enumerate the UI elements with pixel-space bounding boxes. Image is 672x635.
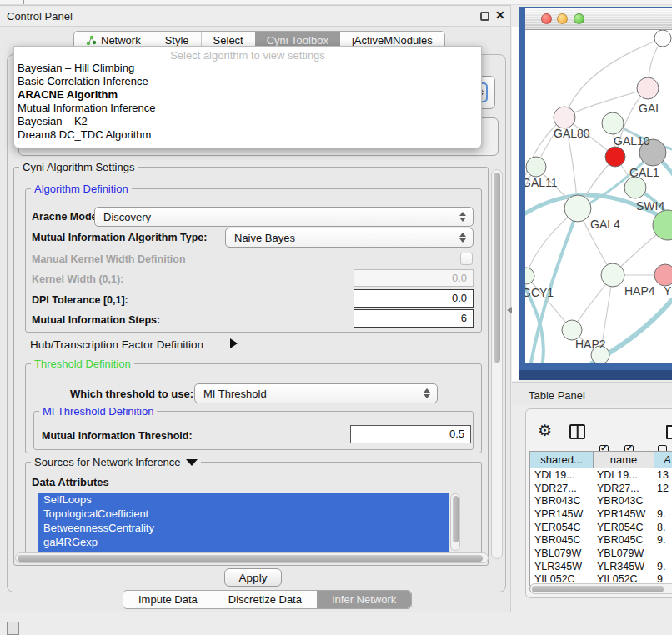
node-label: HAP4 <box>624 284 655 298</box>
dpi-tolerance-label: DPI Tolerance [0,1]: <box>32 294 128 306</box>
tab-network-label: Network <box>101 34 141 47</box>
kernel-width-label: Kernel Width (0,1): <box>32 273 123 285</box>
mac-close-button[interactable] <box>541 13 552 24</box>
sources-title: Sources for Network Inference <box>31 456 201 468</box>
network-node <box>602 112 624 134</box>
node-label: Y <box>664 284 672 298</box>
close-panel-icon[interactable]: ✕ <box>495 8 505 22</box>
float-panel-icon[interactable] <box>480 12 489 21</box>
combo-spinner-icon <box>424 388 430 398</box>
which-threshold-combo[interactable]: MI Threshold <box>194 383 438 403</box>
network-node <box>554 107 575 128</box>
table-row[interactable]: YPR145WYPR145W9. <box>530 508 672 521</box>
mi-type-value: Naive Bayes <box>234 232 295 244</box>
column-header-shared-name[interactable]: shared... <box>530 451 594 468</box>
network-node-labels: GAL GAL80 GAL10 GAL1 GAL11 GAL4 SWI4 GCY… <box>525 102 672 351</box>
algorithm-option[interactable]: Bayesian – Hill Climbing <box>14 62 481 75</box>
algorithm-option[interactable]: Basic Correlation Inference <box>14 75 481 88</box>
network-node <box>564 195 591 222</box>
mac-zoom-button[interactable] <box>574 13 584 24</box>
apply-button[interactable]: Apply <box>224 568 282 587</box>
network-node <box>624 177 646 198</box>
algorithm-option[interactable]: Dream8 DC_TDC Algorithm <box>14 128 481 142</box>
attributes-scrollbar[interactable] <box>450 493 460 551</box>
tab-impute-data[interactable]: Impute Data <box>123 591 213 608</box>
node-label: GAL <box>639 102 662 115</box>
manual-kernel-checkbox[interactable] <box>460 252 473 265</box>
expanded-arrow-icon[interactable] <box>186 459 198 466</box>
network-window-titlebar[interactable] <box>525 8 672 30</box>
threshold-definition-title: Threshold Definition <box>31 358 134 370</box>
bottom-tabbar: Impute Data Discretize Data Infer Networ… <box>123 590 412 609</box>
column-header-name[interactable]: name <box>594 451 654 468</box>
node-label: GCY1 <box>525 286 554 299</box>
table-row[interactable]: YBL079WYBL079W <box>530 547 672 560</box>
control-panel-header: Control Panel ✕ <box>0 6 510 27</box>
node-table: shared... name A YDL19...YDL19...13 YDR2… <box>529 451 672 586</box>
table-row[interactable]: YDR27...YDR27...12 <box>530 482 672 495</box>
table-panel-title: Table Panel <box>529 389 585 402</box>
app-root: { "colors": { "legend_blue": "#2a2ae4", … <box>0 0 672 635</box>
table-row[interactable]: YBR045CYBR045C9. <box>530 533 672 547</box>
settings-group-title: Cyni Algorithm Settings <box>19 161 138 173</box>
aracne-mode-combo[interactable]: Discovery <box>94 207 474 227</box>
table-row[interactable]: YBR043CYBR043C <box>530 494 672 508</box>
network-node <box>601 263 624 287</box>
mi-threshold-field[interactable]: 0.5 <box>350 425 471 443</box>
mi-steps-field[interactable]: 6 <box>354 309 474 328</box>
column-header-partial[interactable]: A <box>654 451 672 468</box>
gear-icon[interactable]: ⚙ <box>538 421 552 440</box>
collapsed-panel-icon[interactable] <box>7 622 19 635</box>
panel-gap <box>512 27 519 381</box>
node-label: GAL11 <box>525 176 558 189</box>
aracne-mode-value: Discovery <box>103 211 151 223</box>
collapsed-arrow-icon[interactable] <box>230 338 238 348</box>
algorithm-dropdown-popup: Select algorithm to view settings Bayesi… <box>13 46 482 148</box>
algorithm-option-highlighted[interactable]: ARACNE Algorithm <box>14 88 481 102</box>
mac-minimize-button[interactable] <box>557 13 568 24</box>
list-item[interactable]: TopologicalCoefficient <box>38 507 449 521</box>
which-threshold-label: Which threshold to use: <box>70 388 193 400</box>
algorithm-definition-title: Algorithm Definition <box>31 182 132 195</box>
list-item[interactable]: SelfLoops <box>38 492 449 507</box>
mi-type-combo[interactable]: Naive Bayes <box>225 228 474 248</box>
data-attributes-list[interactable]: SelfLoops TopologicalCoefficient Between… <box>38 492 449 552</box>
popup-placeholder: Select algorithm to view settings <box>14 47 481 62</box>
algorithm-option[interactable]: Mutual Information Inference <box>14 102 481 115</box>
hub-section-label[interactable]: Hub/Transcription Factor Definition <box>30 338 203 351</box>
network-node <box>605 147 625 167</box>
list-item[interactable]: BetweennessCentrality <box>38 521 449 535</box>
node-label: GAL4 <box>590 218 620 231</box>
table-row[interactable]: YLR345WYLR345W9. <box>530 560 672 573</box>
algorithm-option[interactable]: Bayesian – K2 <box>14 115 481 128</box>
network-node <box>654 30 671 47</box>
table-rows: YDL19...YDL19...13 YDR27...YDR27...12 YB… <box>530 468 672 586</box>
table-row[interactable]: YDL19...YDL19...13 <box>530 468 672 482</box>
mi-steps-label: Mutual Information Steps: <box>32 314 160 326</box>
tab-discretize-data[interactable]: Discretize Data <box>213 591 317 608</box>
tab-infer-network[interactable]: Infer Network <box>317 591 411 608</box>
table-row[interactable]: YER054CYER054C8. <box>530 521 672 534</box>
settings-scrollbar[interactable] <box>491 169 503 559</box>
network-canvas[interactable]: GAL GAL80 GAL10 GAL1 GAL11 GAL4 SWI4 GCY… <box>525 30 672 363</box>
node-label: GAL1 <box>629 166 659 179</box>
table-hscrollbar[interactable] <box>529 583 672 594</box>
node-label: GAL80 <box>554 127 590 140</box>
node-label: GAL10 <box>614 134 650 148</box>
mi-type-label: Mutual Information Algorithm Type: <box>32 232 207 243</box>
columns-icon[interactable] <box>569 424 585 439</box>
network-icon <box>86 35 97 46</box>
which-threshold-value: MI Threshold <box>203 388 267 400</box>
table-panel-header: Table Panel <box>512 382 672 405</box>
network-node <box>525 268 534 284</box>
settings-hscrollbar[interactable] <box>15 552 489 563</box>
kernel-width-field[interactable]: 0.0 <box>354 269 474 287</box>
network-node <box>526 157 546 177</box>
dpi-tolerance-field[interactable]: 0.0 <box>354 289 474 308</box>
panel-resize-handle[interactable] <box>507 307 512 313</box>
network-window: GAL GAL80 GAL10 GAL1 GAL11 GAL4 SWI4 GCY… <box>519 7 672 380</box>
node-label: SWI4 <box>636 199 664 212</box>
combo-spinner-icon <box>459 232 466 242</box>
list-item[interactable]: gal4RGexp <box>38 535 449 549</box>
export-table-icon[interactable] <box>666 425 672 439</box>
